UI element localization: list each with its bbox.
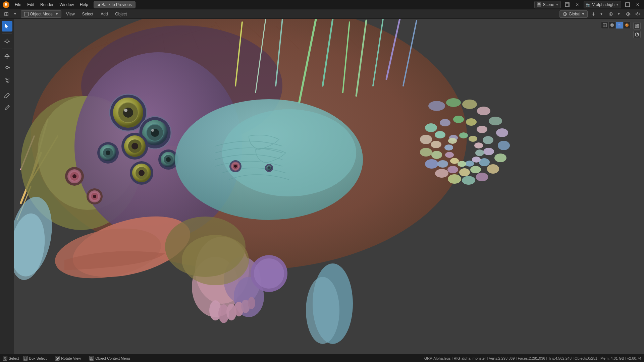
scale-tool-button[interactable] (2, 75, 12, 86)
select-label: Select (9, 356, 19, 360)
svg-point-149 (445, 152, 454, 158)
transform-pivot-icon[interactable] (590, 10, 597, 18)
maximize-window-icon[interactable] (564, 1, 571, 8)
svg-rect-27 (5, 78, 9, 82)
render-mode-group (601, 21, 631, 29)
annotate-tool-button[interactable] (2, 90, 12, 101)
rotate-view-label: Rotate View (61, 356, 81, 360)
select-tool-button[interactable] (2, 21, 12, 32)
move-icon (4, 53, 10, 59)
cursor-icon (4, 38, 10, 44)
v-alpha-close-icon[interactable]: ✕ (634, 1, 641, 8)
menu-help[interactable]: Help (77, 2, 91, 8)
svg-point-69 (124, 109, 127, 112)
svg-point-130 (483, 136, 493, 144)
svg-point-150 (444, 144, 453, 150)
select-menu[interactable]: Select (79, 10, 96, 18)
select-cursor-icon (4, 23, 10, 29)
svg-point-117 (487, 164, 499, 174)
svg-point-125 (425, 123, 437, 132)
v-alpha-label: V-alpha.high (592, 2, 614, 7)
header-bar: B File Edit Render Window Help ◀ Back to… (0, 0, 644, 9)
material-preview-btn[interactable] (616, 21, 623, 29)
view-menu[interactable]: View (63, 10, 77, 18)
viewport-navigation-icons (633, 22, 641, 38)
svg-point-108 (268, 167, 270, 169)
object-menu[interactable]: Object (112, 10, 129, 18)
scene-icon (537, 2, 541, 7)
v-alpha-maximize-icon[interactable] (624, 1, 631, 8)
svg-point-128 (466, 118, 477, 126)
v-alpha-selector[interactable]: 📷 V-alpha.high ▼ (584, 1, 621, 8)
global-label: Global (569, 12, 580, 16)
svg-rect-3 (566, 3, 569, 6)
menu-window[interactable]: Window (57, 2, 76, 8)
global-chevron-icon: ▼ (582, 12, 585, 16)
snap-icon[interactable] (625, 10, 632, 18)
menu-edit[interactable]: Edit (24, 2, 37, 8)
svg-point-185 (57, 358, 58, 359)
svg-point-100 (222, 109, 356, 196)
rotate-view-key-icon (55, 356, 60, 361)
mode-chevron-icon: ▼ (55, 12, 58, 16)
rendered-mode-btn[interactable] (623, 21, 631, 29)
add-menu[interactable]: Add (98, 10, 110, 18)
svg-point-78 (131, 143, 138, 149)
wireframe-mode-btn[interactable] (601, 21, 608, 29)
rotate-tool-button[interactable] (2, 63, 12, 74)
menu-file[interactable]: File (12, 2, 24, 8)
menu-render[interactable]: Render (38, 2, 56, 8)
measure-tool-button[interactable] (2, 102, 12, 113)
solid-mode-btn[interactable] (608, 21, 616, 29)
proportional-icon[interactable] (607, 10, 614, 18)
viewport-icon2[interactable]: ▾ (11, 10, 19, 18)
box-select-key-icon (23, 356, 28, 361)
object-mode-selector[interactable]: Object Mode ▼ (21, 10, 61, 18)
svg-point-120 (448, 174, 461, 184)
creature-render (14, 19, 644, 354)
back-to-previous-label: Back to Previous (102, 2, 132, 7)
svg-point-123 (420, 148, 432, 157)
annotate-pencil-icon (4, 93, 10, 99)
svg-rect-26 (6, 79, 8, 81)
back-to-previous-button[interactable]: ◀ Back to Previous (94, 1, 136, 8)
back-arrow-icon: ◀ (97, 3, 100, 7)
svg-point-94 (72, 174, 76, 178)
svg-line-29 (8, 106, 9, 107)
rotate-icon (4, 65, 10, 71)
svg-point-121 (435, 169, 448, 178)
scene-chevron-icon: ▼ (555, 3, 558, 6)
measure-icon (4, 105, 10, 111)
svg-rect-4 (626, 3, 630, 7)
svg-point-145 (472, 157, 481, 163)
transform-chevron-icon[interactable]: ▼ (598, 10, 605, 18)
3d-viewport[interactable] (14, 19, 644, 354)
mirror-icon[interactable] (634, 10, 641, 18)
cursor-tool-button[interactable] (2, 36, 12, 47)
svg-point-181 (625, 23, 629, 27)
global-transform-selector[interactable]: Global ▼ (559, 10, 588, 18)
blender-logo: B (3, 1, 9, 8)
svg-point-134 (459, 168, 470, 176)
context-menu-label: Object Context Menu (95, 356, 130, 360)
svg-point-151 (448, 138, 457, 144)
camera-view-icon[interactable] (633, 22, 641, 29)
viewport-shading-icon[interactable] (633, 31, 641, 38)
v-alpha-chevron-icon: ▼ (616, 3, 619, 6)
svg-point-113 (489, 117, 502, 125)
svg-point-82 (166, 157, 171, 162)
close-window-icon[interactable]: ✕ (574, 1, 581, 8)
scene-selector[interactable]: Scene ▼ (534, 1, 561, 8)
svg-point-127 (453, 116, 464, 123)
viewport-icon1[interactable] (3, 10, 10, 18)
proportional-chevron-icon[interactable]: ▼ (615, 10, 623, 18)
svg-point-118 (476, 173, 488, 181)
move-tool-button[interactable] (2, 51, 12, 62)
svg-point-131 (483, 148, 494, 155)
select-key-icon: Q (3, 356, 7, 361)
svg-point-124 (420, 135, 432, 144)
svg-point-20 (6, 40, 8, 43)
svg-point-143 (474, 142, 483, 148)
svg-point-18 (628, 13, 629, 15)
svg-point-138 (431, 141, 441, 148)
